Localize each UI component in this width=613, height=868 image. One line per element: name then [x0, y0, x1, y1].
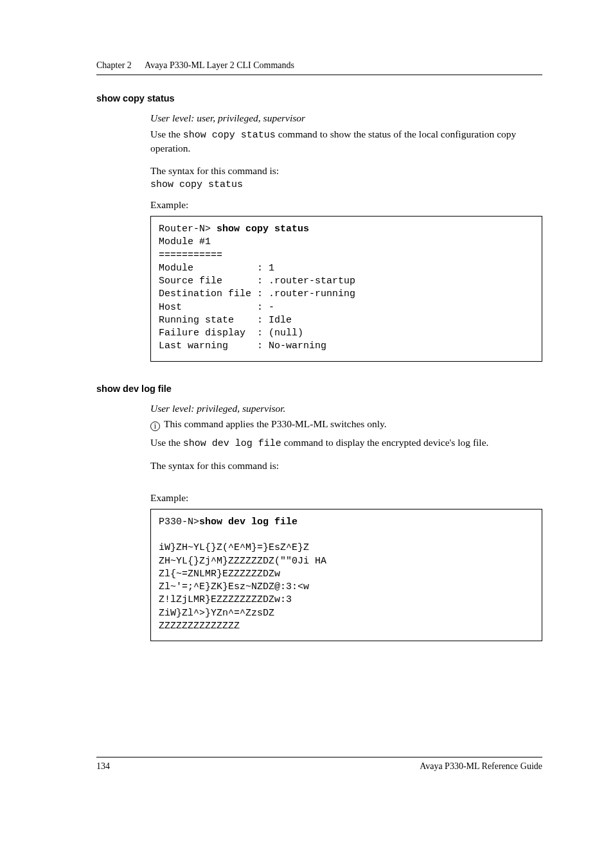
chapter-label: Chapter 2: [96, 60, 132, 70]
syntax-command: show copy status: [150, 179, 542, 190]
section2-description: Use the show dev log file command to dis…: [150, 436, 542, 450]
section-title-show-copy-status: show copy status: [96, 93, 542, 103]
note-text: This command applies the P330-ML-ML swit…: [164, 418, 387, 429]
running-head: Chapter 2 Avaya P330-ML Layer 2 CLI Comm…: [96, 60, 542, 71]
section-title-show-dev-log-file: show dev log file: [96, 384, 542, 394]
cli-output: iW}ZH~YL{}Z(^E^M}=}EsZ^E}Z ZH~YL{}Zj^M}Z…: [159, 542, 326, 632]
text-fragment: Use the: [150, 128, 183, 139]
text-fragment: command to display the encrypted device'…: [281, 437, 489, 448]
syntax-label: The syntax for this command is:: [150, 459, 542, 473]
page-footer: 134 Avaya P330-ML Reference Guide: [96, 757, 542, 772]
section1-description: Use the show copy status command to show…: [150, 128, 542, 155]
text-fragment: Use the: [150, 437, 183, 448]
section1-body: User level: user, privileged, supervisor…: [96, 112, 542, 362]
user-level-line: User level: privileged, supervisor.: [150, 403, 542, 414]
cli-prompt: P330-N>: [159, 517, 199, 527]
inline-code: show copy status: [183, 130, 276, 141]
page-number: 134: [96, 761, 110, 772]
cli-output: Module #1 =========== Module : 1 Source …: [159, 236, 355, 351]
info-note: iThis command applies the P330-ML-ML swi…: [150, 418, 542, 431]
cli-command: show copy status: [217, 224, 309, 235]
header-rule: [96, 75, 542, 75]
syntax-label: The syntax for this command is:: [150, 164, 542, 178]
inline-code: show dev log file: [183, 438, 281, 449]
example-label: Example:: [150, 199, 542, 211]
info-icon: i: [150, 421, 160, 431]
section2-body: User level: privileged, supervisor. iThi…: [96, 403, 542, 641]
example-label: Example:: [150, 492, 542, 504]
page-content: Chapter 2 Avaya P330-ML Layer 2 CLI Comm…: [0, 0, 613, 804]
chapter-title: Avaya P330-ML Layer 2 CLI Commands: [145, 60, 294, 70]
guide-name: Avaya P330-ML Reference Guide: [420, 761, 542, 772]
cli-command: show dev log file: [199, 517, 298, 527]
user-level-line: User level: user, privileged, supervisor: [150, 112, 542, 124]
example-output-box-2: P330-N>show dev log file iW}ZH~YL{}Z(^E^…: [150, 509, 542, 641]
cli-prompt: Router-N>: [159, 224, 217, 235]
example-output-box-1: Router-N> show copy status Module #1 ===…: [150, 216, 542, 362]
